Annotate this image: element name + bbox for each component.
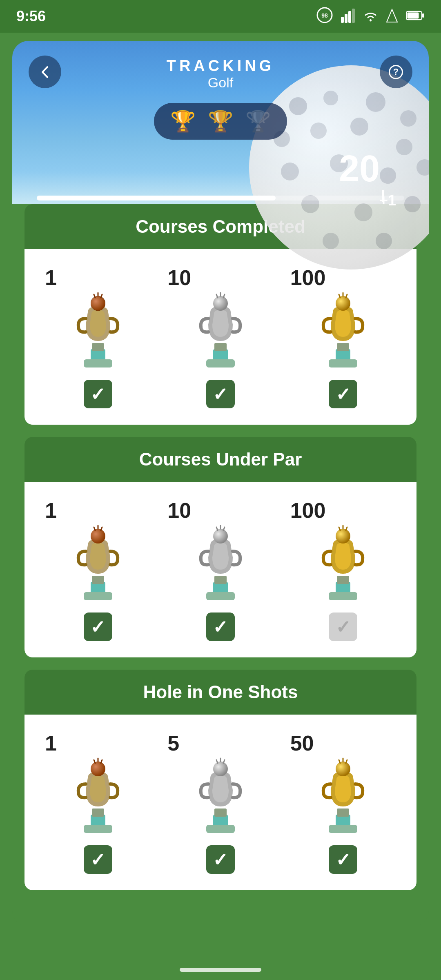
status-icons-group: 98 [316, 7, 425, 26]
award-cup-3: 100 [282, 498, 404, 641]
svg-point-25 [354, 203, 372, 221]
checkbox-hio-2[interactable]: ✓ [206, 845, 235, 874]
svg-rect-3 [345, 14, 347, 23]
svg-point-70 [336, 529, 350, 543]
checkbox-cc-2[interactable]: ✓ [206, 380, 235, 408]
status-bar: 9:56 98 [0, 0, 441, 33]
cellular-icon [386, 9, 398, 24]
awards-row-hole-in-one: 1 [37, 731, 404, 874]
trophy-tab-3[interactable]: 🏆 [245, 109, 271, 133]
checkbox-cc-3[interactable]: ✓ [329, 380, 357, 408]
trophy-tab-container: 🏆 🏆 🏆 [154, 103, 287, 140]
award-cup-1: 1 [37, 498, 159, 641]
award-courses-completed-2: 10 [159, 265, 281, 408]
svg-point-91 [336, 762, 350, 776]
svg-text:?: ? [393, 67, 399, 77]
checkbox-cup-3[interactable]: ✓ [329, 612, 357, 641]
plus-points: +1 [379, 192, 396, 209]
main-card: TRACKING Golf ? 🏆 🏆 🏆 20 [12, 41, 429, 927]
svg-rect-2 [341, 17, 344, 23]
trophy-bronze-hio-1 [69, 757, 127, 835]
svg-point-42 [213, 296, 228, 311]
awards-row-courses-completed: 1 [37, 265, 404, 408]
trophy-bronze-cup-1 [69, 525, 127, 602]
section-header-hole-in-one: Hole in One Shots [24, 670, 416, 715]
title-golf: Golf [167, 75, 275, 91]
section-courses-under-par: Courses Under Par 1 [24, 437, 416, 657]
svg-rect-89 [329, 825, 357, 833]
svg-point-84 [213, 762, 228, 776]
trophy-tab-2[interactable]: 🏆 [208, 109, 233, 133]
award-courses-completed-1: 1 [37, 265, 159, 408]
svg-rect-9 [408, 13, 419, 19]
trophy-silver-cc-2 [192, 292, 249, 370]
trophy-bronze-cc-1 [69, 292, 127, 370]
header-area: TRACKING Golf ? 🏆 🏆 🏆 20 [12, 41, 429, 204]
svg-rect-76 [92, 808, 104, 817]
check-mark-cc-2: ✓ [213, 384, 228, 405]
svg-rect-61 [206, 592, 235, 600]
svg-point-77 [91, 762, 105, 776]
award-count-cup-2: 10 [167, 498, 191, 523]
progress-bar-fill [37, 196, 276, 200]
checkbox-hio-3[interactable]: ✓ [329, 845, 357, 874]
award-count-hio-1: 1 [45, 731, 57, 755]
award-count-cc-1: 1 [45, 265, 57, 290]
section-body-courses-under-par: 1 [24, 482, 416, 657]
section-body-hole-in-one: 1 [24, 715, 416, 890]
award-hio-1: 1 [37, 731, 159, 874]
title-block: TRACKING Golf [167, 57, 275, 91]
section-body-courses-completed: 1 [24, 249, 416, 425]
svg-rect-68 [329, 592, 357, 600]
svg-rect-41 [214, 343, 227, 351]
check-mark-cc-3: ✓ [336, 384, 351, 405]
content-area: Courses Completed 1 [12, 204, 429, 927]
svg-rect-90 [337, 808, 349, 817]
notification-badge: 98 [316, 7, 333, 26]
trophy-gold-cup-3 [314, 525, 372, 602]
nav-row: TRACKING Golf ? [29, 53, 412, 91]
svg-rect-48 [337, 343, 349, 351]
score-area: 20 +1 [29, 148, 412, 202]
svg-rect-62 [214, 576, 227, 584]
svg-point-63 [213, 529, 228, 543]
checkbox-cup-1[interactable]: ✓ [84, 612, 112, 641]
award-cup-2: 10 [159, 498, 281, 641]
back-button[interactable] [29, 56, 61, 88]
svg-rect-55 [92, 576, 104, 584]
svg-rect-82 [206, 825, 235, 833]
trophy-tabs: 🏆 🏆 🏆 [29, 103, 412, 140]
trophy-gold-hio-3 [314, 757, 372, 835]
svg-rect-54 [84, 592, 112, 600]
checkbox-cup-2[interactable]: ✓ [206, 612, 235, 641]
svg-rect-75 [84, 825, 112, 833]
svg-point-35 [91, 296, 105, 311]
award-hio-2: 5 [159, 731, 281, 874]
award-count-cup-1: 1 [45, 498, 57, 523]
award-hio-3: 50 [282, 731, 404, 874]
svg-rect-47 [329, 359, 357, 368]
help-button[interactable]: ? [380, 56, 412, 88]
section-title-courses-under-par: Courses Under Par [139, 449, 302, 469]
svg-point-28 [376, 233, 392, 249]
svg-rect-69 [337, 576, 349, 584]
checkbox-cc-1[interactable]: ✓ [84, 380, 112, 408]
svg-rect-83 [214, 808, 227, 817]
trophy-silver-hio-2 [192, 757, 249, 835]
svg-rect-33 [92, 343, 104, 351]
trophy-tab-1[interactable]: 🏆 [170, 109, 196, 133]
checkbox-hio-1[interactable]: ✓ [84, 845, 112, 874]
svg-point-27 [323, 233, 339, 249]
svg-rect-4 [348, 11, 351, 23]
svg-point-49 [336, 296, 350, 311]
awards-row-courses-under-par: 1 [37, 498, 404, 641]
score-number: 20 [37, 148, 404, 190]
section-title-hole-in-one: Hole in One Shots [143, 682, 298, 702]
battery-icon [406, 10, 425, 23]
status-time: 9:56 [16, 8, 46, 25]
svg-rect-32 [84, 359, 112, 368]
section-header-courses-under-par: Courses Under Par [24, 437, 416, 482]
section-hole-in-one: Hole in One Shots 1 [24, 670, 416, 890]
svg-rect-5 [352, 9, 355, 23]
award-count-cc-3: 100 [290, 265, 326, 290]
